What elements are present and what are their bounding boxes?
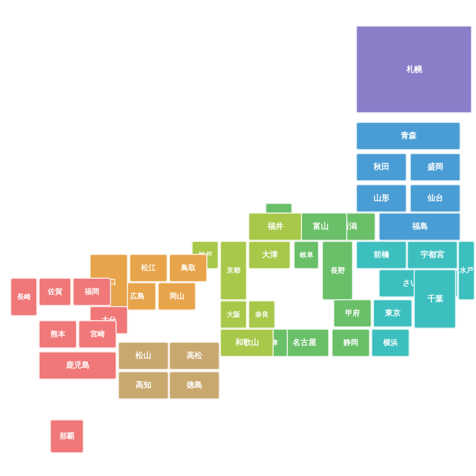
region-shizuoka[interactable]: 静岡 bbox=[332, 329, 370, 357]
region-label-shizuoka: 静岡 bbox=[343, 338, 358, 348]
region-okayama[interactable]: 岡山 bbox=[158, 282, 196, 311]
region-label-nagoya: 名古屋 bbox=[292, 338, 316, 348]
japan-map: 札幌青森秋田盛岡山形仙台福島新潟富山金沢前橋宇都宮水戸長野岐阜福井さいたま甲府東… bbox=[0, 0, 476, 476]
region-label-chiba: 千葉 bbox=[427, 294, 443, 304]
region-nara[interactable]: 奈良 bbox=[248, 300, 275, 329]
region-label-akita: 秋田 bbox=[373, 162, 389, 172]
region-label-tokushima: 徳島 bbox=[186, 380, 202, 390]
region-label-saga: 佐賀 bbox=[48, 287, 62, 297]
region-label-hiroshima: 広島 bbox=[130, 291, 144, 301]
region-label-matsuyama: 松山 bbox=[135, 351, 151, 361]
region-label-gifu: 岐阜 bbox=[300, 250, 313, 260]
region-yokohama[interactable]: 横浜 bbox=[371, 329, 410, 357]
region-aomori[interactable]: 青森 bbox=[356, 122, 461, 150]
region-takamatsu[interactable]: 高松 bbox=[169, 342, 220, 370]
region-utsunomiya[interactable]: 宇都宮 bbox=[407, 241, 458, 269]
region-matsue[interactable]: 松江 bbox=[129, 254, 168, 282]
region-kumamoto[interactable]: 熊本 bbox=[39, 320, 77, 348]
region-label-morioka: 盛岡 bbox=[427, 162, 443, 172]
region-label-osaka: 大阪 bbox=[227, 310, 240, 320]
region-label-otsu: 大津 bbox=[262, 250, 278, 260]
region-sendai[interactable]: 仙台 bbox=[410, 184, 461, 212]
region-label-nagano: 長野 bbox=[330, 266, 345, 276]
region-chiba[interactable]: 千葉 bbox=[414, 269, 456, 329]
region-maebashi[interactable]: 前橋 bbox=[356, 241, 407, 269]
region-label-fukushima: 福島 bbox=[412, 222, 428, 232]
region-yamagata[interactable]: 山形 bbox=[356, 184, 407, 212]
region-label-naha: 那覇 bbox=[60, 431, 74, 441]
region-miyazaki[interactable]: 宮崎 bbox=[78, 320, 117, 348]
region-kyoto[interactable]: 京都 bbox=[220, 241, 247, 300]
region-gifu[interactable]: 岐阜 bbox=[294, 241, 319, 269]
region-kochi[interactable]: 高知 bbox=[118, 371, 169, 400]
region-label-nagasaki: 長崎 bbox=[17, 292, 31, 302]
region-label-kochi: 高知 bbox=[135, 380, 151, 390]
region-morioka[interactable]: 盛岡 bbox=[410, 153, 461, 181]
region-kofu[interactable]: 甲府 bbox=[333, 299, 372, 328]
region-osaka[interactable]: 大阪 bbox=[220, 300, 247, 329]
region-label-yamagata: 山形 bbox=[373, 193, 389, 203]
region-label-matsue: 松江 bbox=[141, 263, 156, 273]
region-label-mito: 水戸 bbox=[460, 266, 473, 275]
region-tokushima[interactable]: 徳島 bbox=[169, 371, 220, 400]
region-label-utsunomiya: 宇都宮 bbox=[420, 250, 444, 260]
region-fukui[interactable]: 福井 bbox=[248, 212, 302, 241]
region-kagoshima[interactable]: 鹿児島 bbox=[39, 351, 117, 380]
region-fukuoka[interactable]: 福岡 bbox=[73, 278, 111, 306]
region-label-nara: 奈良 bbox=[255, 310, 269, 320]
region-label-maebashi: 前橋 bbox=[373, 250, 389, 260]
region-tokyo[interactable]: 東京 bbox=[373, 299, 413, 328]
region-fukushima[interactable]: 福島 bbox=[379, 212, 461, 241]
region-label-hokkaido: 札幌 bbox=[406, 65, 422, 75]
region-label-kofu: 甲府 bbox=[345, 308, 360, 318]
region-matsuyama[interactable]: 松山 bbox=[118, 342, 169, 370]
region-label-fukuoka: 福岡 bbox=[84, 287, 99, 297]
region-otsu[interactable]: 大津 bbox=[248, 241, 291, 269]
region-label-kyoto: 京都 bbox=[227, 266, 240, 275]
region-wakayama[interactable]: 和歌山 bbox=[220, 329, 274, 357]
region-label-yokohama: 横浜 bbox=[383, 338, 398, 348]
region-hokkaido[interactable]: 札幌 bbox=[356, 26, 472, 113]
region-label-kagoshima: 鹿児島 bbox=[66, 360, 90, 371]
region-label-miyazaki: 宮崎 bbox=[90, 329, 105, 339]
region-label-sendai: 仙台 bbox=[427, 193, 443, 203]
region-label-tokyo: 東京 bbox=[385, 308, 401, 318]
region-label-takamatsu: 高松 bbox=[186, 351, 202, 361]
region-nagano[interactable]: 長野 bbox=[322, 241, 353, 300]
region-nagasaki[interactable]: 長崎 bbox=[10, 278, 37, 316]
region-akita[interactable]: 秋田 bbox=[356, 153, 407, 181]
region-saga[interactable]: 佐賀 bbox=[39, 278, 71, 306]
region-tottori[interactable]: 鳥取 bbox=[169, 254, 207, 282]
region-label-wakayama: 和歌山 bbox=[235, 338, 259, 348]
region-naha[interactable]: 那覇 bbox=[50, 419, 84, 453]
region-label-fukui: 福井 bbox=[267, 222, 283, 232]
region-label-okayama: 岡山 bbox=[169, 291, 184, 301]
region-label-kumamoto: 熊本 bbox=[50, 329, 65, 339]
region-label-aomori: 青森 bbox=[401, 131, 416, 141]
region-label-tottori: 鳥取 bbox=[181, 263, 196, 273]
region-label-toyama: 富山 bbox=[313, 222, 329, 232]
region-mito[interactable]: 水戸 bbox=[458, 241, 475, 300]
